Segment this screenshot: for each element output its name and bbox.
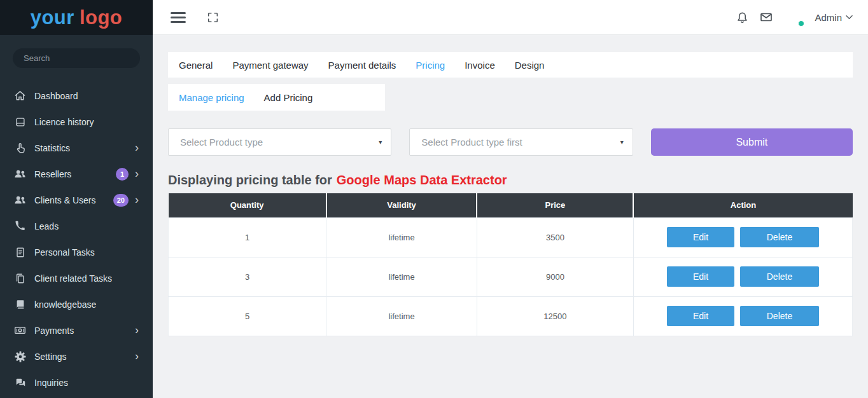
- cell-validity: lifetime: [326, 296, 477, 336]
- search-input[interactable]: [13, 48, 140, 68]
- column-header-price: Price: [477, 193, 633, 217]
- chevron-down-icon: [846, 15, 853, 20]
- column-header-action: Action: [633, 193, 852, 217]
- pricing-filter-row: Select Product type ▾ Select Product typ…: [168, 128, 853, 156]
- users-icon: [14, 168, 26, 180]
- hand-pointer-icon: [14, 142, 26, 154]
- sidebar-item-label: Dashboard: [34, 91, 78, 101]
- sidebar-menu: Dashboard Licence history Statistics › R…: [0, 83, 153, 395]
- heading-prefix: Displaying pricing table for: [168, 173, 337, 187]
- logo-text-blue: your: [31, 6, 74, 29]
- chevron-right-icon: ›: [135, 324, 139, 336]
- sidebar-item-label: Payments: [34, 326, 74, 336]
- menu-icon[interactable]: [171, 10, 186, 25]
- delete-button[interactable]: Delete: [740, 306, 819, 326]
- sidebar-item-resellers[interactable]: Resellers 1 ›: [0, 161, 153, 187]
- sidebar-item-label: Inquiries: [34, 378, 68, 388]
- sidebar-item-label: Settings: [34, 352, 67, 362]
- heading-product-name: Google Maps Data Extractor: [337, 173, 507, 187]
- column-header-quantity: Quantity: [169, 193, 326, 217]
- sidebar-item-licence-history[interactable]: Licence history: [0, 109, 153, 135]
- chevron-right-icon: ›: [135, 350, 139, 362]
- user-name: Admin: [815, 12, 842, 23]
- cell-actions: Edit Delete: [633, 257, 852, 296]
- book-closed-icon: [14, 298, 26, 310]
- cell-validity: lifetime: [326, 257, 477, 296]
- sidebar-item-statistics[interactable]: Statistics ›: [0, 135, 153, 161]
- delete-button[interactable]: Delete: [740, 227, 819, 247]
- app-window: yourlogo Dashboard Licence history Stati…: [0, 0, 868, 398]
- sidebar-item-leads[interactable]: Leads: [0, 213, 153, 239]
- settings-tabbar: General Payment gateway Payment details …: [168, 52, 853, 78]
- topbar-right: Admin: [736, 8, 853, 27]
- bell-icon[interactable]: [736, 11, 748, 24]
- sidebar-search: [0, 35, 153, 68]
- mail-icon[interactable]: [760, 11, 773, 24]
- fullscreen-icon[interactable]: [207, 12, 218, 23]
- pricing-table-header-row: Quantity Validity Price Action: [169, 193, 853, 217]
- chevron-right-icon: ›: [135, 168, 139, 179]
- select-arrow-icon: ▾: [620, 139, 624, 146]
- table-row: 1 lifetime 3500 Edit Delete: [169, 217, 853, 257]
- edit-button[interactable]: Edit: [667, 306, 734, 326]
- chat-icon: [14, 376, 26, 388]
- topbar: Admin: [153, 0, 868, 35]
- sidebar-item-personal-tasks[interactable]: Personal Tasks: [0, 239, 153, 265]
- avatar[interactable]: [784, 8, 803, 27]
- sidebar-item-payments[interactable]: Payments ›: [0, 317, 153, 343]
- cell-price: 9000: [477, 257, 633, 296]
- money-icon: [14, 324, 26, 336]
- sidebar-item-settings[interactable]: Settings ›: [0, 343, 153, 369]
- cell-actions: Edit Delete: [633, 296, 852, 336]
- cell-price: 12500: [477, 296, 633, 336]
- sidebar-item-client-tasks[interactable]: Client related Tasks: [0, 265, 153, 291]
- cell-quantity: 5: [169, 296, 326, 336]
- phone-icon: [14, 220, 26, 232]
- tab-payment-gateway[interactable]: Payment gateway: [232, 60, 308, 71]
- tab-general[interactable]: General: [179, 60, 213, 71]
- pricing-table-heading: Displaying pricing table forGoogle Maps …: [168, 173, 853, 188]
- sidebar-item-label: Licence history: [34, 117, 94, 127]
- sidebar-item-clients-users[interactable]: Clients & Users 20 ›: [0, 187, 153, 213]
- cell-actions: Edit Delete: [633, 217, 852, 257]
- cell-validity: lifetime: [326, 217, 477, 257]
- clients-count-badge: 20: [113, 194, 129, 207]
- online-status-dot: [798, 20, 804, 27]
- pricing-subtabbar: Manage pricing Add Pricing: [168, 84, 385, 111]
- edit-button[interactable]: Edit: [667, 227, 734, 247]
- subtab-add-pricing[interactable]: Add Pricing: [264, 92, 313, 103]
- sidebar-item-label: Personal Tasks: [34, 247, 95, 257]
- sidebar-item-dashboard[interactable]: Dashboard: [0, 83, 153, 109]
- cell-quantity: 1: [169, 217, 326, 257]
- logo-text-red: logo: [80, 6, 122, 29]
- sidebar-item-inquiries[interactable]: Inquiries: [0, 369, 153, 395]
- sidebar-item-label: knowledgebase: [34, 299, 96, 310]
- tab-payment-details[interactable]: Payment details: [328, 60, 396, 71]
- document-icon: [14, 246, 26, 258]
- logo[interactable]: yourlogo: [0, 0, 153, 35]
- edit-button[interactable]: Edit: [667, 266, 734, 287]
- sidebar: yourlogo Dashboard Licence history Stati…: [0, 0, 153, 398]
- chevron-right-icon: ›: [135, 142, 139, 153]
- chevron-right-icon: ›: [135, 194, 139, 205]
- book-icon: [14, 116, 26, 128]
- product-type-select-value: Select Product type: [180, 137, 263, 148]
- main-area: Admin General Payment gateway Payment de…: [153, 0, 868, 398]
- tab-pricing[interactable]: Pricing: [416, 60, 445, 71]
- product-select-value: Select Product type first: [421, 137, 522, 148]
- content: General Payment gateway Payment details …: [153, 35, 868, 336]
- tab-invoice[interactable]: Invoice: [465, 60, 495, 71]
- delete-button[interactable]: Delete: [740, 266, 819, 287]
- submit-button[interactable]: Submit: [651, 128, 853, 156]
- user-menu[interactable]: Admin: [815, 12, 853, 23]
- select-arrow-icon: ▾: [379, 139, 382, 146]
- product-select[interactable]: Select Product type first ▾: [409, 128, 633, 156]
- subtab-manage-pricing[interactable]: Manage pricing: [179, 92, 244, 103]
- gear-icon: [14, 350, 26, 362]
- sidebar-item-label: Statistics: [34, 143, 70, 153]
- sidebar-item-label: Clients & Users: [34, 195, 95, 205]
- resellers-count-badge: 1: [116, 168, 129, 181]
- tab-design[interactable]: Design: [515, 60, 545, 71]
- product-type-select[interactable]: Select Product type ▾: [168, 128, 391, 156]
- sidebar-item-knowledgebase[interactable]: knowledgebase: [0, 291, 153, 317]
